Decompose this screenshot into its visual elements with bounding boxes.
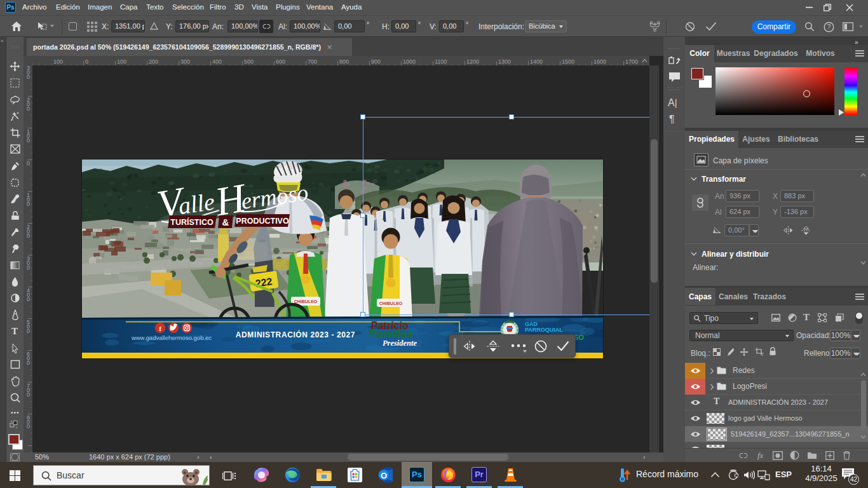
svg-text:PRODUCTIVO: PRODUCTIVO (236, 217, 289, 226)
svg-text:CHIBULEO: CHIBULEO (294, 299, 318, 304)
svg-text:TURÍSTICO: TURÍSTICO (170, 217, 214, 227)
svg-text:&: & (222, 217, 229, 227)
svg-text:f: f (159, 325, 161, 332)
svg-text:www.gadvallehermoso.gob.ec: www.gadvallehermoso.gob.ec (131, 334, 212, 341)
svg-text:CHIBULEO: CHIBULEO (379, 301, 403, 306)
svg-text:?: ? (827, 24, 831, 30)
svg-text:PARROQUIAL: PARROQUIAL (525, 327, 563, 333)
svg-text:alle: alle (177, 188, 216, 220)
svg-text:O: O (381, 471, 387, 480)
svg-text:Presidente: Presidente (383, 339, 417, 348)
svg-text:ADMINISTRACIÓN 2023 - 2027: ADMINISTRACIÓN 2023 - 2027 (236, 330, 355, 339)
